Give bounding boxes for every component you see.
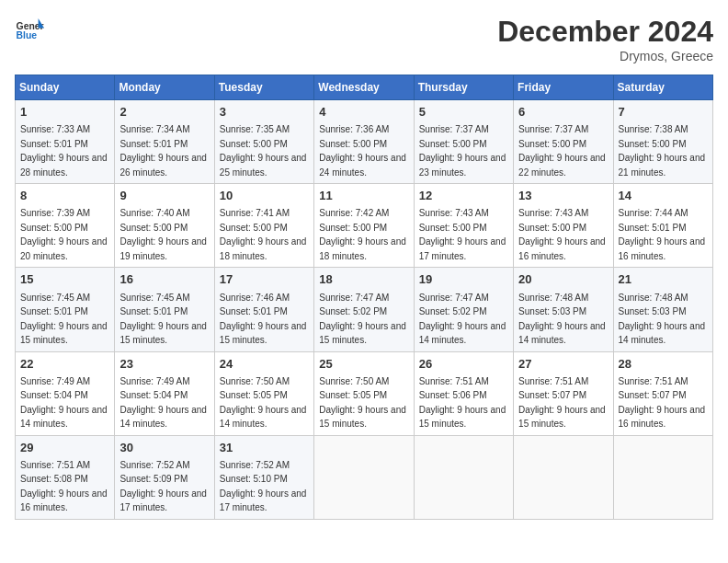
day-number: 15	[20, 271, 109, 288]
day-info: Sunrise: 7:51 AMSunset: 5:07 PMDaylight:…	[518, 376, 606, 430]
weekday-row: SundayMondayTuesdayWednesdayThursdayFrid…	[16, 75, 713, 100]
day-number: 9	[119, 188, 209, 204]
day-number: 27	[518, 356, 608, 373]
calendar-cell: 16 Sunrise: 7:45 AMSunset: 5:01 PMDaylig…	[115, 268, 214, 351]
day-info: Sunrise: 7:43 AMSunset: 5:00 PMDaylight:…	[518, 208, 606, 261]
day-number: 16	[119, 271, 209, 288]
calendar-cell: 29 Sunrise: 7:51 AMSunset: 5:08 PMDaylig…	[16, 435, 115, 519]
day-info: Sunrise: 7:45 AMSunset: 5:01 PMDaylight:…	[20, 293, 108, 346]
calendar-cell: 14 Sunrise: 7:44 AMSunset: 5:01 PMDaylig…	[613, 184, 712, 268]
day-info: Sunrise: 7:51 AMSunset: 5:07 PMDaylight:…	[619, 376, 706, 430]
calendar-cell: 19 Sunrise: 7:47 AMSunset: 5:02 PMDaylig…	[414, 268, 513, 351]
day-number: 29	[20, 440, 109, 456]
day-number: 14	[619, 188, 708, 204]
day-number: 6	[518, 104, 608, 121]
logo: General Blue	[15, 15, 44, 44]
calendar-cell: 4 Sunrise: 7:36 AMSunset: 5:00 PMDayligh…	[314, 100, 414, 184]
day-number: 7	[619, 104, 708, 121]
month-title: December 2024	[497, 15, 713, 49]
day-info: Sunrise: 7:50 AMSunset: 5:05 PMDaylight:…	[319, 376, 406, 430]
calendar: SundayMondayTuesdayWednesdayThursdayFrid…	[15, 75, 713, 520]
day-info: Sunrise: 7:49 AMSunset: 5:04 PMDaylight:…	[20, 376, 108, 430]
calendar-header: SundayMondayTuesdayWednesdayThursdayFrid…	[16, 75, 713, 100]
weekday-wednesday: Wednesday	[314, 75, 414, 100]
calendar-cell: 22 Sunrise: 7:49 AMSunset: 5:04 PMDaylig…	[16, 351, 115, 435]
day-info: Sunrise: 7:50 AMSunset: 5:05 PMDaylight:…	[220, 376, 307, 430]
calendar-cell	[613, 435, 712, 519]
calendar-cell: 9 Sunrise: 7:40 AMSunset: 5:00 PMDayligh…	[115, 184, 214, 268]
calendar-cell: 20 Sunrise: 7:48 AMSunset: 5:03 PMDaylig…	[514, 268, 613, 351]
calendar-cell: 28 Sunrise: 7:51 AMSunset: 5:07 PMDaylig…	[613, 351, 712, 435]
day-number: 13	[518, 188, 608, 204]
day-number: 4	[319, 104, 408, 121]
day-number: 24	[220, 356, 309, 373]
calendar-week-3: 15 Sunrise: 7:45 AMSunset: 5:01 PMDaylig…	[16, 268, 713, 351]
day-number: 22	[20, 356, 109, 373]
calendar-cell: 3 Sunrise: 7:35 AMSunset: 5:00 PMDayligh…	[214, 100, 313, 184]
day-number: 23	[119, 356, 209, 373]
day-number: 3	[220, 104, 309, 121]
day-info: Sunrise: 7:37 AMSunset: 5:00 PMDaylight:…	[518, 124, 606, 178]
day-info: Sunrise: 7:35 AMSunset: 5:00 PMDaylight:…	[220, 124, 307, 178]
calendar-cell: 15 Sunrise: 7:45 AMSunset: 5:01 PMDaylig…	[16, 268, 115, 351]
calendar-cell: 30 Sunrise: 7:52 AMSunset: 5:09 PMDaylig…	[115, 435, 214, 519]
day-info: Sunrise: 7:33 AMSunset: 5:01 PMDaylight:…	[20, 124, 108, 178]
calendar-cell: 7 Sunrise: 7:38 AMSunset: 5:00 PMDayligh…	[613, 100, 712, 184]
calendar-cell: 24 Sunrise: 7:50 AMSunset: 5:05 PMDaylig…	[214, 351, 313, 435]
day-number: 8	[20, 188, 109, 204]
day-info: Sunrise: 7:51 AMSunset: 5:08 PMDaylight:…	[20, 460, 108, 513]
header: General Blue December 2024 Drymos, Greec…	[15, 15, 713, 63]
calendar-cell: 13 Sunrise: 7:43 AMSunset: 5:00 PMDaylig…	[514, 184, 613, 268]
weekday-monday: Monday	[115, 75, 214, 100]
calendar-cell: 25 Sunrise: 7:50 AMSunset: 5:05 PMDaylig…	[314, 351, 414, 435]
calendar-cell: 26 Sunrise: 7:51 AMSunset: 5:06 PMDaylig…	[414, 351, 513, 435]
day-info: Sunrise: 7:39 AMSunset: 5:00 PMDaylight:…	[20, 208, 108, 261]
calendar-cell	[514, 435, 613, 519]
calendar-cell: 17 Sunrise: 7:46 AMSunset: 5:01 PMDaylig…	[214, 268, 313, 351]
day-info: Sunrise: 7:46 AMSunset: 5:01 PMDaylight:…	[220, 293, 307, 346]
calendar-cell: 23 Sunrise: 7:49 AMSunset: 5:04 PMDaylig…	[115, 351, 214, 435]
day-info: Sunrise: 7:52 AMSunset: 5:10 PMDaylight:…	[220, 460, 307, 513]
day-number: 21	[619, 271, 708, 288]
calendar-cell: 27 Sunrise: 7:51 AMSunset: 5:07 PMDaylig…	[514, 351, 613, 435]
calendar-cell: 2 Sunrise: 7:34 AMSunset: 5:01 PMDayligh…	[115, 100, 214, 184]
calendar-cell: 12 Sunrise: 7:43 AMSunset: 5:00 PMDaylig…	[414, 184, 513, 268]
day-number: 28	[619, 356, 708, 373]
day-info: Sunrise: 7:48 AMSunset: 5:03 PMDaylight:…	[518, 293, 606, 346]
day-number: 12	[419, 188, 508, 204]
location: Drymos, Greece	[497, 49, 713, 63]
calendar-week-2: 8 Sunrise: 7:39 AMSunset: 5:00 PMDayligh…	[16, 184, 713, 268]
day-number: 2	[119, 104, 209, 121]
svg-text:Blue: Blue	[17, 30, 38, 40]
calendar-week-5: 29 Sunrise: 7:51 AMSunset: 5:08 PMDaylig…	[16, 435, 713, 519]
day-number: 18	[319, 271, 408, 288]
day-number: 25	[319, 356, 408, 373]
day-number: 17	[220, 271, 309, 288]
weekday-thursday: Thursday	[414, 75, 513, 100]
day-info: Sunrise: 7:52 AMSunset: 5:09 PMDaylight:…	[119, 460, 207, 513]
calendar-cell: 10 Sunrise: 7:41 AMSunset: 5:00 PMDaylig…	[214, 184, 313, 268]
day-number: 19	[419, 271, 508, 288]
calendar-week-1: 1 Sunrise: 7:33 AMSunset: 5:01 PMDayligh…	[16, 100, 713, 184]
day-info: Sunrise: 7:37 AMSunset: 5:00 PMDaylight:…	[419, 124, 506, 178]
calendar-body: 1 Sunrise: 7:33 AMSunset: 5:01 PMDayligh…	[16, 100, 713, 520]
day-number: 11	[319, 188, 408, 204]
day-number: 26	[419, 356, 508, 373]
calendar-cell: 1 Sunrise: 7:33 AMSunset: 5:01 PMDayligh…	[16, 100, 115, 184]
calendar-cell	[414, 435, 513, 519]
day-number: 31	[220, 440, 309, 456]
day-info: Sunrise: 7:51 AMSunset: 5:06 PMDaylight:…	[419, 376, 506, 430]
weekday-saturday: Saturday	[613, 75, 712, 100]
day-info: Sunrise: 7:40 AMSunset: 5:00 PMDaylight:…	[119, 208, 207, 261]
day-info: Sunrise: 7:47 AMSunset: 5:02 PMDaylight:…	[319, 293, 406, 346]
day-info: Sunrise: 7:36 AMSunset: 5:00 PMDaylight:…	[319, 124, 406, 178]
weekday-friday: Friday	[514, 75, 613, 100]
calendar-cell: 11 Sunrise: 7:42 AMSunset: 5:00 PMDaylig…	[314, 184, 414, 268]
calendar-cell: 6 Sunrise: 7:37 AMSunset: 5:00 PMDayligh…	[514, 100, 613, 184]
day-info: Sunrise: 7:42 AMSunset: 5:00 PMDaylight:…	[319, 208, 406, 261]
day-number: 20	[518, 271, 608, 288]
calendar-cell	[314, 435, 414, 519]
calendar-cell: 18 Sunrise: 7:47 AMSunset: 5:02 PMDaylig…	[314, 268, 414, 351]
day-info: Sunrise: 7:47 AMSunset: 5:02 PMDaylight:…	[419, 293, 506, 346]
day-info: Sunrise: 7:34 AMSunset: 5:01 PMDaylight:…	[119, 124, 207, 178]
